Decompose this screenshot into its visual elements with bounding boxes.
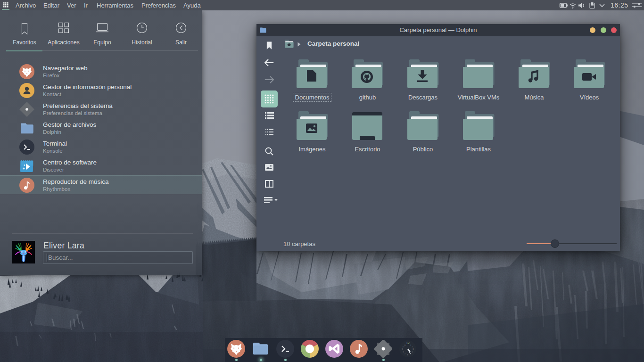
svg-text:1: 1 (410, 345, 411, 346)
svg-text:11: 11 (404, 345, 406, 346)
svg-text:7: 7 (405, 353, 405, 355)
svg-text:2: 2 (412, 346, 413, 348)
svg-text:8: 8 (403, 351, 404, 353)
svg-text:4: 4 (412, 351, 413, 353)
svg-text:10: 10 (403, 346, 405, 348)
svg-text:12: 12 (406, 341, 410, 345)
